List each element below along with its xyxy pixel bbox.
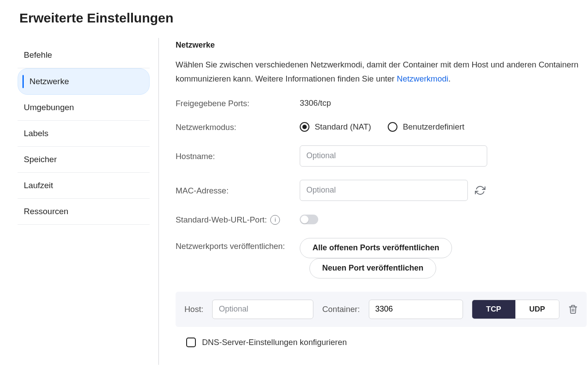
dns-settings-checkbox[interactable] — [186, 338, 196, 347]
protocol-tcp-button[interactable]: TCP — [472, 300, 515, 319]
regenerate-mac-button[interactable] — [474, 184, 486, 197]
section-description-pre: Wählen Sie zwischen verschiedenen Netzwe… — [176, 60, 578, 83]
port-container-input[interactable] — [369, 300, 463, 319]
mac-address-input[interactable] — [300, 180, 468, 201]
exposed-ports-label: Freigegebene Ports: — [176, 98, 300, 108]
sidebar-item-ressourcen[interactable]: Ressourcen — [18, 199, 150, 225]
publish-new-port-button[interactable]: Neuen Port veröffentlichen — [309, 258, 436, 278]
sidebar-item-labels[interactable]: Labels — [18, 121, 150, 147]
field-exposed-ports: Freigegebene Ports: 3306/tcp — [176, 98, 587, 108]
network-mode-standard-label: Standard (NAT) — [315, 122, 371, 132]
field-network-mode: Netzwerkmodus: Standard (NAT) Benutzerde… — [176, 122, 587, 132]
field-publish-ports: Netzwerkports veröffentlichen: Alle offe… — [176, 238, 587, 278]
web-url-port-toggle[interactable] — [300, 215, 318, 224]
port-container-label: Container: — [322, 304, 360, 314]
sidebar: Befehle Netzwerke Umgebungen Labels Spei… — [18, 38, 158, 365]
sidebar-item-laufzeit[interactable]: Laufzeit — [18, 173, 150, 199]
field-mac-address: MAC-Adresse: — [176, 180, 587, 201]
network-modes-link[interactable]: Netzwerkmodi — [397, 74, 448, 83]
network-mode-label: Netzwerkmodus: — [176, 122, 300, 132]
network-mode-standard-radio[interactable]: Standard (NAT) — [300, 122, 371, 132]
port-mapping-row: Host: Container: TCP UDP — [176, 292, 587, 327]
section-description-post: . — [448, 74, 451, 83]
hostname-input[interactable] — [300, 145, 487, 167]
port-host-label: Host: — [184, 304, 203, 314]
radio-unselected-icon — [388, 122, 397, 132]
publish-ports-label: Netzwerkports veröffentlichen: — [176, 238, 300, 253]
network-mode-custom-label: Benutzerdefiniert — [403, 122, 464, 132]
hostname-label: Hostname: — [176, 151, 300, 161]
delete-port-row-button[interactable] — [568, 304, 578, 314]
field-web-url-port: Standard-Web-URL-Port: i — [176, 214, 587, 225]
mac-label: MAC-Adresse: — [176, 185, 300, 196]
refresh-icon — [475, 185, 485, 196]
radio-selected-icon — [300, 122, 309, 132]
publish-all-ports-button[interactable]: Alle offenen Ports veröffentlichen — [300, 238, 452, 258]
section-description: Wählen Sie zwischen verschiedenen Netzwe… — [176, 58, 587, 86]
content-panel: Netzwerke Wählen Sie zwischen verschiede… — [158, 38, 587, 365]
web-url-port-label: Standard-Web-URL-Port: — [176, 215, 267, 225]
section-heading: Netzwerke — [176, 41, 587, 50]
sidebar-item-speicher[interactable]: Speicher — [18, 147, 150, 173]
protocol-udp-button[interactable]: UDP — [515, 300, 559, 319]
sidebar-item-umgebungen[interactable]: Umgebungen — [18, 95, 150, 121]
field-hostname: Hostname: — [176, 145, 587, 167]
port-host-input[interactable] — [212, 300, 313, 319]
dns-settings-label: DNS-Server-Einstellungen konfigurieren — [202, 338, 347, 347]
network-mode-custom-radio[interactable]: Benutzerdefiniert — [388, 122, 464, 132]
sidebar-item-befehle[interactable]: Befehle — [18, 42, 150, 68]
info-icon[interactable]: i — [270, 215, 280, 225]
protocol-segment: TCP UDP — [472, 300, 560, 319]
page-title: Erweiterte Einstellungen — [19, 11, 570, 26]
sidebar-item-netzwerke[interactable]: Netzwerke — [18, 68, 150, 95]
dns-settings-row: DNS-Server-Einstellungen konfigurieren — [176, 338, 587, 347]
trash-icon — [568, 304, 578, 314]
exposed-ports-value: 3306/tcp — [300, 98, 331, 108]
